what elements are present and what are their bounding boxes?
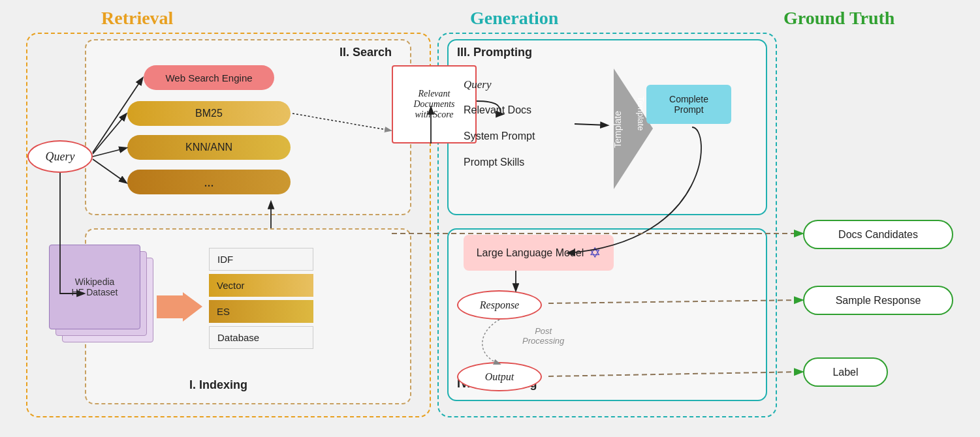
web-search-label: Web Search Engine bbox=[165, 72, 252, 83]
knn-pill: KNN/ANN bbox=[127, 135, 291, 160]
wiki-to-index-arrow bbox=[157, 292, 202, 322]
sample-response-label: Sample Response bbox=[836, 295, 921, 307]
vector-label: Vector bbox=[217, 280, 245, 291]
response-label: Response bbox=[480, 299, 519, 311]
bm25-label: BM25 bbox=[195, 108, 223, 119]
sample-response-item: Sample Response bbox=[803, 286, 953, 315]
prompt-query-item: Query bbox=[464, 78, 491, 91]
prompt-system-item: System Prompt bbox=[464, 130, 535, 142]
idf-item: IDF bbox=[209, 248, 313, 271]
index-items: IDF Vector ES Database bbox=[209, 248, 313, 349]
section-generation: Generation bbox=[470, 8, 558, 29]
query-oval: Query bbox=[27, 140, 93, 173]
relevant-docs-label: Relevant Documents with Score bbox=[414, 89, 455, 120]
web-search-pill: Web Search Engine bbox=[144, 65, 274, 90]
wiki-label: Wikipedia HF Dataset bbox=[72, 277, 118, 297]
idf-label: IDF bbox=[217, 254, 233, 265]
llm-label: Large Language Model bbox=[477, 247, 584, 259]
dots-pill: ... bbox=[127, 170, 291, 194]
query-label: Query bbox=[46, 150, 75, 164]
post-processing-label: Post Processing bbox=[522, 326, 564, 346]
es-item: ES bbox=[209, 300, 313, 323]
vector-item: Vector bbox=[209, 274, 313, 297]
es-label: ES bbox=[217, 306, 230, 317]
prompt-skills-item: Prompt Skills bbox=[464, 157, 524, 168]
complete-prompt-label: Complete Prompt bbox=[669, 94, 708, 115]
prompt-relevant-item: Relevant Docs bbox=[464, 104, 531, 116]
svg-text:Template: Template bbox=[636, 97, 646, 131]
wiki-stack: Wikipedia HF Dataset bbox=[49, 245, 147, 349]
indexing-label: I. Indexing bbox=[189, 378, 247, 392]
label-label: Label bbox=[832, 367, 858, 378]
search-label: II. Search bbox=[340, 46, 392, 59]
svg-marker-0 bbox=[157, 292, 202, 322]
post-processing-text: Post Processing bbox=[522, 326, 564, 346]
template-label: Template bbox=[612, 111, 623, 148]
star-icon: ✡ bbox=[589, 245, 601, 262]
response-oval: Response bbox=[457, 290, 542, 320]
database-item: Database bbox=[209, 326, 313, 349]
docs-candidates-label: Docs Candidates bbox=[838, 229, 918, 241]
section-groundtruth: Ground Truth bbox=[783, 8, 894, 29]
docs-candidates-item: Docs Candidates bbox=[803, 220, 953, 249]
wiki-paper-front: Wikipedia HF Dataset bbox=[49, 245, 140, 329]
output-label: Output bbox=[485, 371, 514, 383]
database-label: Database bbox=[217, 332, 259, 343]
output-oval: Output bbox=[457, 362, 542, 391]
main-container: Retrieval Generation Ground Truth II. Se… bbox=[0, 0, 980, 437]
bm25-pill: BM25 bbox=[127, 101, 291, 126]
llm-box: Large Language Model ✡ bbox=[464, 235, 614, 271]
dots-label: ... bbox=[204, 175, 214, 190]
label-item: Label bbox=[803, 357, 888, 387]
prompting-label: III. Prompting bbox=[457, 46, 532, 59]
complete-prompt-box: Complete Prompt bbox=[646, 85, 731, 124]
knn-label: KNN/ANN bbox=[185, 142, 232, 153]
section-retrieval: Retrieval bbox=[101, 8, 173, 29]
